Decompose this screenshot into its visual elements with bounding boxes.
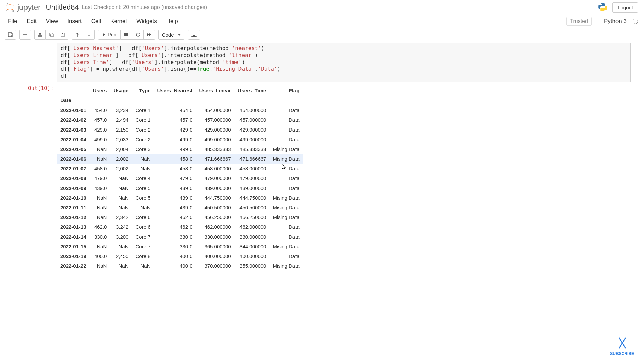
restart-run-all-button[interactable] — [144, 30, 155, 40]
index-name: Date — [57, 95, 90, 105]
input-prompt — [13, 43, 57, 82]
svg-rect-10 — [191, 33, 197, 37]
jupyter-logo-text: jupyter — [17, 3, 41, 12]
code-editor[interactable]: df['Users_Nearest'] = df['Users'].interp… — [57, 43, 631, 82]
col-Type: Type — [132, 86, 154, 95]
play-icon — [102, 33, 106, 37]
divider — [598, 17, 598, 25]
kernel-status-icon — [633, 19, 638, 24]
svg-point-1 — [12, 10, 14, 12]
menu-cell[interactable]: Cell — [91, 18, 101, 25]
kernel-name[interactable]: Python 3 — [604, 18, 627, 25]
run-label: Run — [108, 32, 116, 37]
svg-rect-14 — [195, 34, 196, 34]
table-row: 2022-01-02457.02,494Core 1457.0457.00000… — [57, 115, 303, 125]
insert-cell-button[interactable] — [19, 30, 31, 40]
table-row: 2022-01-22NaNNaNNaN400.0370.000000355.00… — [57, 261, 303, 271]
svg-rect-8 — [62, 33, 63, 34]
menu-edit[interactable]: Edit — [26, 18, 36, 25]
menu-help[interactable]: Help — [166, 18, 178, 25]
svg-rect-15 — [193, 35, 195, 36]
cell-type-select[interactable]: Code — [158, 30, 184, 40]
notebook-area: df['Users_Nearest'] = df['Users'].interp… — [0, 43, 644, 281]
menu-file[interactable]: File — [8, 18, 17, 25]
table-row: 2022-01-11NaNNaNNaN439.0450.500000450.50… — [57, 203, 303, 212]
cut-button[interactable] — [34, 30, 46, 40]
cut-icon — [38, 32, 42, 37]
table-row: 2022-01-05NaN2,004Core 3499.0485.3333334… — [57, 144, 303, 154]
table-row: 2022-01-14330.03,200Core 7330.0330.00000… — [57, 232, 303, 242]
paste-icon — [60, 32, 65, 37]
copy-icon — [49, 32, 54, 37]
menu-insert[interactable]: Insert — [67, 18, 82, 25]
logout-button[interactable]: Logout — [612, 2, 638, 13]
svg-point-3 — [38, 35, 40, 37]
stop-icon — [124, 33, 128, 37]
trusted-indicator[interactable]: Trusted — [566, 17, 592, 26]
run-button[interactable]: Run — [98, 30, 121, 40]
col-Users_Time: Users_Time — [234, 86, 270, 95]
table-row: 2022-01-13462.03,242Core 6462.0462.00000… — [57, 222, 303, 232]
menu-widgets[interactable]: Widgets — [136, 18, 157, 25]
col-Users_Nearest: Users_Nearest — [154, 86, 196, 95]
table-row: 2022-01-15NaNNaNCore 7330.0365.000000344… — [57, 242, 303, 251]
menubar: FileEditViewInsertCellKernelWidgetsHelp … — [0, 15, 644, 28]
jupyter-logo[interactable]: jupyter — [5, 2, 41, 13]
jupyter-icon — [5, 2, 15, 13]
svg-rect-13 — [194, 34, 195, 34]
move-up-button[interactable] — [72, 30, 83, 40]
move-down-button[interactable] — [83, 30, 95, 40]
restart-button[interactable] — [132, 30, 144, 40]
interrupt-button[interactable] — [121, 30, 132, 40]
svg-rect-12 — [193, 34, 194, 34]
python-icon — [598, 2, 608, 12]
menu-view[interactable]: View — [46, 18, 58, 25]
code-cell[interactable]: df['Users_Nearest'] = df['Users'].interp… — [13, 43, 631, 82]
col-Users_Linear: Users_Linear — [196, 86, 234, 95]
arrow-down-icon — [87, 32, 91, 37]
output-area: UsersUsageTypeUsers_NearestUsers_LinearU… — [57, 84, 631, 271]
table-row: 2022-01-04499.02,033Core 2499.0499.00000… — [57, 135, 303, 144]
table-row: 2022-01-12NaN2,342Core 6462.0456.2500004… — [57, 212, 303, 222]
toolbar: Run Code — [0, 28, 644, 41]
save-button[interactable] — [5, 30, 16, 40]
svg-rect-11 — [192, 34, 193, 34]
plus-icon — [23, 33, 27, 37]
menu-kernel[interactable]: Kernel — [110, 18, 127, 25]
keyboard-icon — [191, 33, 197, 37]
svg-rect-6 — [51, 34, 53, 37]
fast-forward-icon — [147, 33, 151, 37]
output-prompt: Out[10]: — [13, 84, 57, 271]
table-row: 2022-01-08479.0NaNCore 4479.0479.0000004… — [57, 173, 303, 183]
svg-rect-9 — [124, 33, 128, 36]
col-Users: Users — [90, 86, 110, 95]
save-icon — [8, 32, 13, 37]
arrow-up-icon — [75, 32, 79, 37]
svg-point-0 — [7, 3, 8, 4]
table-row: 2022-01-09439.0NaNCore 5439.0439.0000004… — [57, 183, 303, 193]
checkpoint-text: Last Checkpoint: 20 minutes ago (unsaved… — [82, 4, 207, 10]
table-row: 2022-01-10NaNNaNCore 5439.0444.750000444… — [57, 193, 303, 203]
paste-button[interactable] — [57, 30, 68, 40]
col-Usage: Usage — [110, 86, 132, 95]
table-row: 2022-01-06NaN2,002NaN458.0471.666667471.… — [57, 154, 303, 164]
table-row: 2022-01-07458.02,002NaN458.0458.00000045… — [57, 164, 303, 173]
output-cell: Out[10]: UsersUsageTypeUsers_NearestUser… — [13, 84, 631, 271]
notebook-title[interactable]: Untitled84 — [46, 3, 79, 12]
svg-point-2 — [6, 10, 7, 11]
table-row: 2022-01-19400.02,450Core 8400.0400.00000… — [57, 251, 303, 261]
svg-point-4 — [40, 35, 42, 37]
col-Flag: Flag — [269, 86, 303, 95]
dataframe-table: UsersUsageTypeUsers_NearestUsers_LinearU… — [57, 86, 303, 271]
table-row: 2022-01-01454.03,234Core 1454.0454.00000… — [57, 105, 303, 115]
table-row: 2022-01-03429.02,150Core 2429.0429.00000… — [57, 125, 303, 135]
restart-icon — [135, 32, 140, 37]
header: jupyter Untitled84 Last Checkpoint: 20 m… — [0, 0, 644, 15]
copy-button[interactable] — [46, 30, 57, 40]
command-palette-button[interactable] — [188, 30, 200, 40]
